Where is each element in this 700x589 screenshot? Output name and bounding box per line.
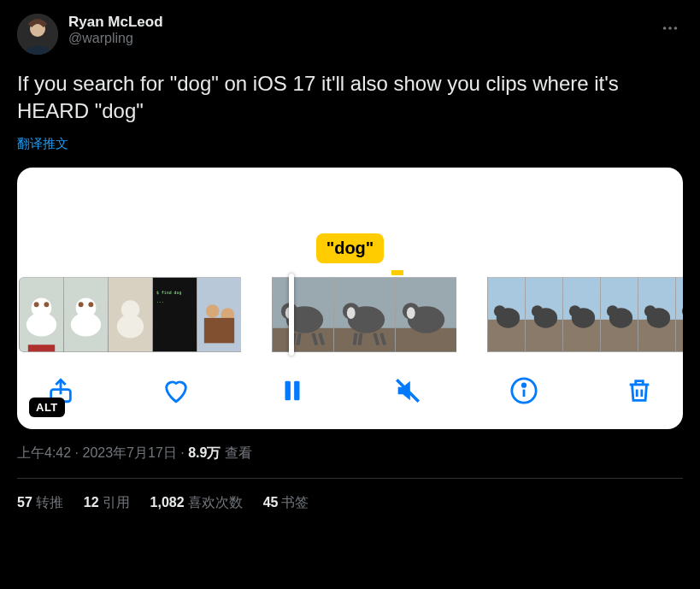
heart-icon[interactable] [162, 376, 191, 405]
svg-text:$ find dog: $ find dog [156, 290, 181, 296]
svg-point-8 [34, 302, 39, 307]
tweet-date[interactable]: 2023年7月17日 [82, 445, 176, 460]
svg-point-3 [668, 27, 672, 30]
display-name[interactable]: Ryan McLeod [68, 14, 683, 31]
svg-point-14 [88, 302, 93, 307]
user-info: Ryan McLeod @warpling [68, 14, 683, 46]
tweet-time[interactable]: 上午4:42 [17, 445, 71, 460]
video-timeline[interactable]: $ find dog... [17, 277, 683, 352]
svg-text:...: ... [156, 298, 164, 303]
quotes-stat[interactable]: 12引用 [84, 494, 130, 512]
svg-rect-18 [153, 278, 197, 351]
playhead[interactable] [289, 274, 294, 356]
svg-point-17 [121, 300, 140, 319]
tweet-text: If you search for "dog" on iOS 17 it'll … [17, 70, 683, 126]
user-handle[interactable]: @warpling [68, 31, 683, 46]
tweet-header: Ryan McLeod @warpling [17, 14, 683, 55]
alt-badge[interactable]: ALT [29, 398, 65, 417]
svg-point-55 [607, 305, 619, 317]
pause-icon[interactable] [278, 376, 307, 405]
clip-group-active[interactable] [272, 277, 456, 352]
svg-rect-61 [676, 320, 683, 351]
svg-rect-66 [294, 380, 299, 400]
svg-rect-65 [285, 380, 290, 400]
tweet-meta: 上午4:42 · 2023年7月17日 · 8.9万 查看 [17, 445, 683, 462]
svg-point-7 [32, 297, 52, 318]
avatar[interactable] [17, 14, 58, 55]
svg-point-12 [76, 297, 97, 318]
clip-group[interactable] [487, 277, 683, 352]
media-top-area: "dog" [17, 168, 683, 270]
translate-link[interactable]: 翻译推文 [17, 136, 683, 152]
bookmarks-stat[interactable]: 45书签 [263, 494, 309, 512]
svg-point-13 [79, 302, 84, 307]
svg-point-59 [644, 305, 656, 317]
svg-point-47 [532, 305, 544, 317]
tweet-stats: 57转推 12引用 1,082喜欢次数 45书签 [17, 479, 683, 512]
likes-stat[interactable]: 1,082喜欢次数 [150, 494, 243, 512]
clip-group[interactable]: $ find dog... [19, 277, 241, 352]
svg-point-34 [347, 307, 356, 319]
more-options-icon[interactable] [657, 15, 683, 44]
media-attachment[interactable]: "dog" $ find dog... [17, 168, 683, 429]
svg-point-22 [206, 304, 220, 318]
info-icon[interactable] [509, 376, 538, 405]
views-label: 查看 [225, 445, 252, 460]
svg-point-51 [569, 305, 581, 317]
svg-rect-24 [204, 318, 234, 343]
svg-point-43 [494, 305, 506, 317]
svg-point-39 [407, 307, 415, 319]
trash-icon[interactable] [625, 376, 654, 405]
retweets-stat[interactable]: 57转推 [17, 494, 63, 512]
svg-point-4 [674, 27, 678, 30]
svg-point-70 [522, 384, 525, 386]
search-term-badge: "dog" [316, 233, 385, 263]
svg-point-9 [44, 302, 49, 307]
media-toolbar [17, 352, 683, 414]
tweet-container: Ryan McLeod @warpling If you search for … [0, 0, 700, 512]
mute-icon[interactable] [393, 376, 422, 405]
svg-point-2 [663, 27, 667, 30]
playhead-marker [391, 270, 403, 275]
views-count: 8.9万 [188, 445, 221, 460]
